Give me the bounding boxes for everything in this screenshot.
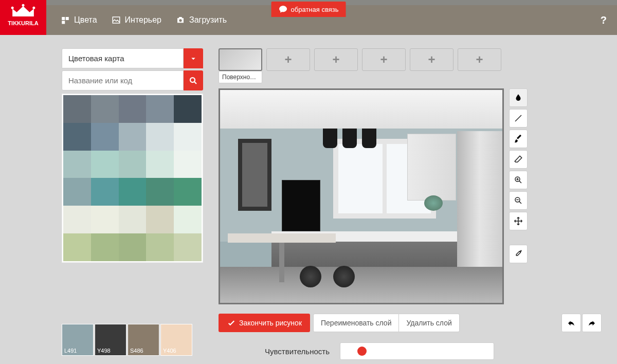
eyedropper-icon: [514, 249, 523, 259]
slider-thumb[interactable]: [357, 347, 367, 356]
swatch-3[interactable]: [146, 95, 174, 123]
swatch-14[interactable]: [174, 151, 202, 178]
rename-layer-button[interactable]: Переименовать слой: [313, 314, 399, 332]
svg-point-0: [11, 7, 14, 9]
swatch-10[interactable]: [63, 151, 91, 178]
selected-colors: L491Y498S486Y406: [62, 324, 192, 356]
swatch-6[interactable]: [91, 123, 119, 151]
image-icon: [112, 15, 121, 25]
swatch-18[interactable]: [146, 178, 174, 206]
move-icon: [514, 216, 523, 226]
swatch-0[interactable]: [63, 95, 91, 123]
swatch-21[interactable]: [91, 206, 119, 233]
color-panel: Цветовая карта: [62, 48, 203, 263]
check-icon: [227, 318, 236, 327]
color-map-dropdown[interactable]: Цветовая карта: [62, 48, 184, 68]
tool-move[interactable]: [509, 212, 528, 230]
tool-eraser[interactable]: [509, 150, 528, 169]
nav-interior[interactable]: Интерьер: [112, 15, 161, 25]
swatch-12[interactable]: [119, 151, 147, 178]
sensitivity-slider[interactable]: [340, 342, 494, 360]
swatch-11[interactable]: [91, 151, 119, 178]
swatch-9[interactable]: [174, 123, 202, 151]
paint-canvas[interactable]: [219, 88, 504, 304]
camera-icon: [176, 15, 185, 25]
speech-icon: [279, 5, 288, 14]
swatch-20[interactable]: [63, 206, 91, 233]
color-map-caret[interactable]: [184, 48, 203, 68]
swatch-8[interactable]: [146, 123, 174, 151]
palette-icon: [61, 15, 70, 25]
svg-point-4: [179, 19, 182, 22]
swatch-28[interactable]: [146, 233, 174, 261]
tool-zoom-in[interactable]: [509, 171, 528, 189]
redo-button[interactable]: [582, 314, 602, 332]
sensitivity-label: Чувствительность: [265, 347, 330, 356]
swatch-1[interactable]: [91, 95, 119, 123]
search-icon: [189, 76, 198, 85]
nav-upload[interactable]: Загрузить: [176, 15, 227, 25]
surface-tabs: Поверхно… + + + + +: [219, 48, 602, 83]
swatch-grid: [62, 94, 203, 263]
nav-help[interactable]: ?: [601, 14, 607, 26]
undo-icon: [567, 318, 576, 327]
surface-tab-add-6[interactable]: +: [458, 48, 501, 83]
tool-zoom-out[interactable]: [509, 191, 528, 210]
surface-tab-add-5[interactable]: +: [410, 48, 453, 83]
drop-icon: [514, 93, 523, 102]
eraser-icon: [514, 155, 523, 164]
zoom-in-icon: [514, 175, 523, 185]
kitchen-illustration: [220, 90, 502, 303]
swatch-13[interactable]: [146, 151, 174, 178]
brand-logo[interactable]: TIKKURILA: [0, 0, 46, 35]
tool-brush[interactable]: [509, 130, 528, 148]
redo-icon: [587, 318, 596, 327]
surface-tab-add-3[interactable]: +: [314, 48, 358, 83]
tool-fill[interactable]: [509, 88, 528, 107]
undo-button[interactable]: [561, 314, 581, 332]
swatch-15[interactable]: [63, 178, 91, 206]
selected-color-3[interactable]: Y406: [160, 324, 192, 356]
zoom-out-icon: [514, 196, 523, 205]
swatch-7[interactable]: [119, 123, 147, 151]
delete-layer-button[interactable]: Удалить слой: [399, 314, 459, 332]
surface-tab-add-2[interactable]: +: [266, 48, 310, 83]
swatch-24[interactable]: [174, 206, 202, 233]
tool-panel: [509, 88, 530, 304]
color-search-button[interactable]: [184, 70, 203, 90]
crown-icon: [10, 4, 36, 19]
swatch-17[interactable]: [119, 178, 147, 206]
caret-down-icon: [189, 54, 198, 63]
selected-color-2[interactable]: S486: [128, 324, 159, 356]
swatch-5[interactable]: [63, 123, 91, 151]
feedback-button[interactable]: обратная связь: [271, 2, 346, 17]
color-search-input[interactable]: [62, 70, 184, 90]
svg-point-2: [32, 7, 35, 9]
nav-colors[interactable]: Цвета: [61, 15, 97, 25]
selected-color-1[interactable]: Y498: [95, 324, 126, 356]
brush-icon: [514, 134, 523, 143]
surface-tab-1[interactable]: Поверхно…: [219, 48, 262, 83]
finish-button[interactable]: Закончить рисунок: [219, 314, 310, 332]
swatch-2[interactable]: [119, 95, 147, 123]
swatch-4[interactable]: [174, 95, 202, 123]
tool-line[interactable]: [509, 109, 528, 128]
line-icon: [514, 114, 523, 123]
swatch-16[interactable]: [91, 178, 119, 206]
svg-point-1: [22, 4, 25, 7]
swatch-19[interactable]: [174, 178, 202, 206]
swatch-23[interactable]: [146, 206, 174, 233]
swatch-27[interactable]: [119, 233, 147, 261]
tool-eyedropper[interactable]: [509, 245, 528, 263]
swatch-22[interactable]: [119, 206, 147, 233]
selected-color-0[interactable]: L491: [62, 324, 94, 356]
surface-tab-add-4[interactable]: +: [362, 48, 406, 83]
swatch-29[interactable]: [174, 233, 202, 261]
swatch-25[interactable]: [63, 233, 91, 261]
swatch-26[interactable]: [91, 233, 119, 261]
